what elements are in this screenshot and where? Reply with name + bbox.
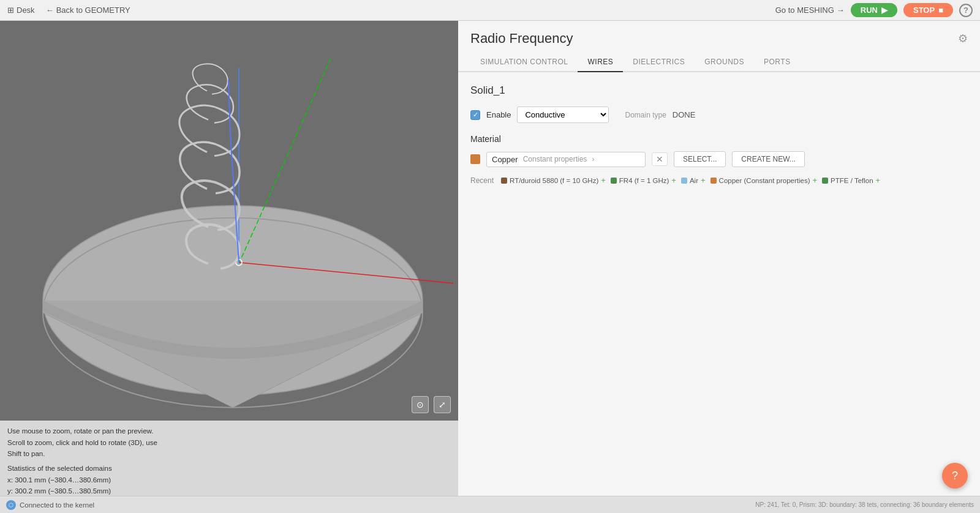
material-name-area: Copper Constant properties › xyxy=(486,152,646,167)
material-color-indicator xyxy=(470,154,480,164)
recent-label: Recent xyxy=(470,176,494,185)
connection-status: Connected to the kernel xyxy=(20,501,94,509)
recent-name-4: PTFE / Teflon xyxy=(831,177,873,184)
enable-row: ✓ Enable Conductive Domain type DONE xyxy=(470,107,968,123)
topbar: ⊞ Desk ← Back to GEOMETRY Go to MESHING … xyxy=(0,0,980,21)
recent-name-3: Copper (Constant properties) xyxy=(719,177,810,184)
tab-dielectrics[interactable]: DIELECTRICS xyxy=(623,53,695,72)
recent-add-2[interactable]: + xyxy=(701,176,706,185)
stats-title: Statistics of the selected domains xyxy=(7,463,451,474)
3d-viewport[interactable]: ⊙ ⤢ xyxy=(0,21,458,421)
domain-type-label: Domain type xyxy=(625,111,666,119)
recent-add-1[interactable]: + xyxy=(671,176,676,185)
play-icon: ▶ xyxy=(881,6,888,15)
connection-icon: ⬡ xyxy=(6,500,16,510)
recent-name-2: Air xyxy=(690,177,698,184)
panel-title: Radio Frequency xyxy=(470,31,573,47)
tab-ports[interactable]: PORTS xyxy=(754,53,801,72)
hint-line3: Shift to pan. xyxy=(7,448,451,459)
enable-checkbox[interactable]: ✓ xyxy=(470,110,480,120)
fullscreen-button[interactable]: ⤢ xyxy=(434,396,451,413)
tab-bar: SIMULATION CONTROL WIRES DIELECTRICS GRO… xyxy=(458,47,980,72)
tab-simulation-control[interactable]: SIMULATION CONTROL xyxy=(470,53,578,72)
desk-link[interactable]: ⊞ Desk xyxy=(7,6,35,15)
recent-name-1: FR4 (f = 1 GHz) xyxy=(619,177,669,184)
go-to-meshing-link[interactable]: Go to MESHING → xyxy=(775,6,845,15)
material-section-title: Material xyxy=(470,134,968,144)
recent-color-2 xyxy=(681,178,687,184)
topbar-right: Go to MESHING → RUN ▶ STOP ■ ? xyxy=(775,3,973,17)
hint-line2: Scroll to zoom, click and hold to rotate… xyxy=(7,437,451,448)
recent-item-3[interactable]: Copper (Constant properties) + xyxy=(710,176,818,185)
recent-color-0 xyxy=(501,178,507,184)
back-label: Back to GEOMETRY xyxy=(56,6,130,15)
done-label: DONE xyxy=(673,110,696,119)
recent-add-3[interactable]: + xyxy=(813,176,818,185)
tab-grounds[interactable]: GROUNDS xyxy=(695,53,754,72)
right-panel: Radio Frequency ⚙ SIMULATION CONTROL WIR… xyxy=(458,21,980,513)
statusbar-right: NP: 241, Tet: 0, Prism: 3D: boundary: 38… xyxy=(755,501,974,508)
stat-x: x: 300.1 mm (−380.4…380.6mm) xyxy=(7,474,451,485)
main-layout: ⊙ ⤢ Use mouse to zoom, rotate or pan the… xyxy=(0,21,980,513)
material-subname: Constant properties xyxy=(523,155,587,163)
stop-icon: ■ xyxy=(938,6,943,15)
go-to-meshing-label: Go to MESHING xyxy=(775,6,834,15)
back-arrow-icon: ← xyxy=(46,6,54,15)
right-header: Radio Frequency ⚙ xyxy=(458,21,980,47)
topbar-left: ⊞ Desk ← Back to GEOMETRY xyxy=(7,6,130,15)
recent-item-1[interactable]: FR4 (f = 1 GHz) + xyxy=(611,176,676,185)
help-fab-button[interactable]: ? xyxy=(942,463,968,489)
recent-row: Recent RT/duroid 5880 (f = 10 GHz) + FR4… xyxy=(470,176,968,185)
recent-item-0[interactable]: RT/duroid 5880 (f = 10 GHz) + xyxy=(501,176,606,185)
material-remove-button[interactable]: ✕ xyxy=(652,152,668,166)
desk-label: Desk xyxy=(17,6,35,15)
hint-line1: Use mouse to zoom, rotate or pan the pre… xyxy=(7,425,451,436)
enable-label: Enable xyxy=(486,110,511,119)
right-content: Solid_1 ✓ Enable Conductive Domain type … xyxy=(458,72,980,513)
recent-color-4 xyxy=(822,178,828,184)
viewport-panel: ⊙ ⤢ Use mouse to zoom, rotate or pan the… xyxy=(0,21,458,513)
viewport-controls: ⊙ ⤢ xyxy=(412,396,451,413)
select-material-button[interactable]: SELECT... xyxy=(674,151,726,167)
recent-add-0[interactable]: + xyxy=(601,176,606,185)
create-new-material-button[interactable]: CREATE NEW... xyxy=(732,151,804,167)
recenter-button[interactable]: ⊙ xyxy=(412,396,429,413)
material-name: Copper xyxy=(492,155,518,164)
desk-icon: ⊞ xyxy=(7,6,14,15)
help-button-top[interactable]: ? xyxy=(959,4,973,17)
stat-y: y: 300.2 mm (−380.5…380.5mm) xyxy=(7,485,451,496)
back-to-geometry-link[interactable]: ← Back to GEOMETRY xyxy=(46,6,130,15)
settings-icon[interactable]: ⚙ xyxy=(958,32,968,45)
tab-wires[interactable]: WIRES xyxy=(578,53,623,72)
statusbar: ⬡ Connected to the kernel NP: 241, Tet: … xyxy=(0,496,980,513)
stop-label: STOP xyxy=(913,6,935,15)
run-label: RUN xyxy=(861,6,878,15)
recent-add-4[interactable]: + xyxy=(876,176,881,185)
material-chevron-icon[interactable]: › xyxy=(592,155,594,163)
recent-name-0: RT/duroid 5880 (f = 10 GHz) xyxy=(510,177,598,184)
solid-name: Solid_1 xyxy=(470,84,968,97)
run-button[interactable]: RUN ▶ xyxy=(851,3,897,17)
recent-item-2[interactable]: Air + xyxy=(681,176,706,185)
recent-item-4[interactable]: PTFE / Teflon + xyxy=(822,176,880,185)
scene-svg xyxy=(0,21,458,421)
statusbar-left: ⬡ Connected to the kernel xyxy=(6,500,94,510)
right-arrow-icon: → xyxy=(837,6,845,15)
stop-button[interactable]: STOP ■ xyxy=(903,3,953,17)
conductive-select[interactable]: Conductive xyxy=(517,107,609,123)
material-row: Copper Constant properties › ✕ SELECT...… xyxy=(470,151,968,167)
recent-color-3 xyxy=(710,178,717,184)
recent-color-1 xyxy=(611,178,617,184)
